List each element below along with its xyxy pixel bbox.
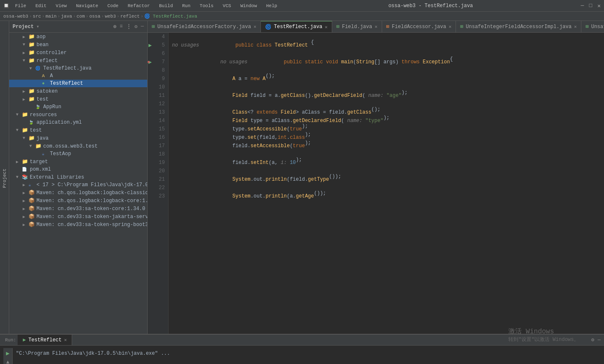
tree-item-testreflect-java[interactable]: ▼ 🌀 TestReflect.java: [9, 65, 147, 72]
tree-item-jdk[interactable]: ▶ ☕ < 17 > C:\Program Files\Java\jdk-17.…: [9, 181, 147, 189]
line-num-7: ▶ ● 7: [148, 58, 168, 66]
scroll-up-icon[interactable]: ▲: [6, 359, 9, 364]
breadcrumb-item[interactable]: src: [33, 14, 41, 19]
breakpoint-7[interactable]: ●: [148, 60, 150, 65]
close-tab-unsafe-factory[interactable]: ✕: [253, 24, 256, 29]
close-tab-unsafe-int-impl[interactable]: ✕: [574, 24, 577, 29]
maximize-button[interactable]: □: [589, 3, 592, 9]
tree-item-appyml[interactable]: 🍃 application.yml: [9, 119, 147, 126]
minimize-button[interactable]: ─: [581, 3, 584, 9]
menu-tools[interactable]: Tools: [196, 3, 217, 9]
tree-item-bean[interactable]: ▼ 📁 bean: [9, 41, 147, 49]
tree-item-logback-core[interactable]: ▶ 📦 Maven: ch.qos.logback:logback-core:1…: [9, 197, 147, 205]
bottom-tab-run-label: Run:: [0, 335, 18, 345]
breadcrumb-item[interactable]: ossa: [89, 14, 100, 19]
tree-item-resources[interactable]: ▼ 📁 resources: [9, 111, 147, 119]
close-button[interactable]: ✕: [597, 3, 601, 9]
project-sidebar: Project ▾ ⊕ ≡ ⋮ ⚙ ─ ▶ 📁 aop ▼ 📁 bean ▶: [9, 21, 148, 334]
breadcrumb-item[interactable]: reflect: [120, 14, 140, 19]
tree-item-target[interactable]: ▶ 📁 target: [9, 158, 147, 166]
bottom-tab-testreflect[interactable]: ▶ TestReflect ✕: [18, 335, 72, 345]
tree-item-logback-classic[interactable]: ▶ 📦 Maven: ch.qos.logback:logback-classi…: [9, 189, 147, 197]
line-num-4: 4: [148, 33, 168, 41]
line-num-20: 20: [148, 167, 168, 175]
tree-item-satoken[interactable]: ▶ 📁 satoken: [9, 87, 147, 95]
close-run-tab[interactable]: ✕: [64, 337, 67, 343]
editor-area: ⊞ UnsafeFieldAccessorFactory.java ✕ 🌀 Te…: [148, 21, 604, 334]
code-editor[interactable]: 4 ▶ 5 6 ▶ ● 7 8 9 10 11 12: [148, 33, 604, 334]
close-tab-testreflect[interactable]: ✕: [325, 24, 328, 30]
project-strip[interactable]: Project: [0, 166, 9, 190]
breadcrumb-item[interactable]: main: [45, 14, 56, 19]
menu-edit[interactable]: Edit: [32, 3, 49, 9]
close-tab-field[interactable]: ✕: [375, 24, 378, 29]
window-title: ossa-web3 - TestReflect.java: [388, 3, 473, 9]
app-logo: 🔲: [3, 3, 9, 8]
line-num-18: 18: [148, 150, 168, 159]
minimize-panel-icon[interactable]: ─: [598, 337, 601, 343]
collapse-icon[interactable]: ≡: [120, 23, 122, 30]
run-again-icon[interactable]: ▶: [6, 350, 9, 357]
menu-view[interactable]: View: [52, 3, 70, 9]
tab-fieldaccessor[interactable]: ⊞ FieldAccessor.java ✕: [382, 21, 456, 32]
minimize-panel-icon[interactable]: ─: [141, 23, 144, 30]
menu-refactor[interactable]: Refactor: [124, 3, 153, 9]
console-output: ▶ ▲ ▼ ↩ ⊟ 🗑 "C:\Program Files\Java\jdk-1…: [0, 346, 604, 364]
run-gutter-5[interactable]: ▶: [148, 42, 152, 49]
breadcrumb-item[interactable]: ossa-web3: [3, 14, 28, 19]
tree-item-reflect[interactable]: ▼ 📁 reflect: [9, 57, 147, 65]
code-line-22: [172, 184, 604, 192]
line-num-8: 8: [148, 66, 168, 75]
menu-help[interactable]: Help: [263, 3, 281, 9]
code-line-5: no usages public class TestReflect {: [172, 41, 604, 49]
code-content[interactable]: no usages public class TestReflect { no …: [169, 33, 604, 334]
tree-item-apprun[interactable]: 🍃 AppRun: [9, 103, 147, 111]
settings-icon[interactable]: ⚙: [591, 337, 594, 343]
tree-item-sa-token-jakarta[interactable]: ▶ 📦 Maven: cn.dev33:sa-token-jakarta-ser…: [9, 213, 147, 221]
line-num-15: 15: [148, 125, 168, 133]
tree-item-aop[interactable]: ▶ 📁 aop: [9, 33, 147, 41]
locate-icon[interactable]: ⊕: [113, 23, 116, 30]
breadcrumb-item[interactable]: web3: [105, 14, 116, 19]
menu-run[interactable]: Run: [179, 3, 194, 9]
line-num-19: 19: [148, 159, 168, 167]
tab-testreflect[interactable]: 🌀 TestReflect.java ✕: [261, 21, 332, 32]
menu-build[interactable]: Build: [156, 3, 176, 9]
bottom-panel-toolbar: ⚙ ─: [591, 335, 604, 345]
code-line-18: [172, 150, 604, 159]
breadcrumb-item[interactable]: com: [76, 14, 85, 19]
menu-window[interactable]: Window: [237, 3, 260, 9]
options-icon[interactable]: ⋮: [126, 23, 131, 30]
tree-item-test-root[interactable]: ▼ 📁 test: [9, 126, 147, 134]
sidebar-dropdown-icon[interactable]: ▾: [36, 23, 39, 30]
menu-vcs[interactable]: VCS: [219, 3, 234, 9]
menu-file[interactable]: File: [12, 3, 29, 9]
code-line-7: no usages public static void main(String…: [172, 58, 604, 66]
breadcrumb-file[interactable]: 🌀 TestReflect.java: [144, 13, 197, 19]
code-line-19: field.setInt(a, i: 10);: [172, 159, 604, 167]
menu-navigate[interactable]: Navigate: [73, 3, 102, 9]
tab-unsafe[interactable]: ⊞ Unsafe.java ✕: [581, 21, 604, 32]
tree-item-sa-token-spring[interactable]: ▶ 📦 Maven: cn.dev33:sa-token-spring-boot…: [9, 221, 147, 229]
tab-field[interactable]: ⊞ Field.java ✕: [332, 21, 382, 32]
close-tab-fieldaccessor[interactable]: ✕: [449, 24, 452, 29]
tree-item-test[interactable]: ▶ 📁 test: [9, 95, 147, 103]
tree-item-class-a[interactable]: A A: [9, 72, 147, 80]
tab-unsafe-int-impl[interactable]: ⊞ UnsafeIntegerFieldAccessorImpl.java ✕: [456, 21, 581, 32]
tree-item-test-package[interactable]: ▼ 📁 com.ossa.web3.test: [9, 142, 147, 150]
tree-item-pom[interactable]: 📄 pom.xml: [9, 166, 147, 173]
tree-item-java[interactable]: ▼ 📁 java: [9, 134, 147, 142]
tree-item-testaop[interactable]: ☕ TestAop: [9, 150, 147, 158]
main-area: Project Bookmarks Structure Project ▾ ⊕ …: [0, 21, 604, 334]
settings-icon[interactable]: ⚙: [135, 23, 138, 30]
tree-item-external-libs[interactable]: ▼ 📚 External Libraries: [9, 173, 147, 181]
breadcrumb-item[interactable]: java: [61, 14, 72, 19]
tree-item-testreflect-class[interactable]: ● TestReflect: [9, 80, 147, 87]
console-wrapper: ▶ ▲ ▼ ↩ ⊟ 🗑 "C:\Program Files\Java\jdk-1…: [3, 348, 601, 364]
tree-item-controller[interactable]: ▶ 📁 controller: [9, 49, 147, 57]
menu-code[interactable]: Code: [104, 3, 122, 9]
console-inner: ▶ ▲ ▼ ↩ ⊟ 🗑 "C:\Program Files\Java\jdk-1…: [3, 348, 601, 364]
code-line-8: [172, 66, 604, 75]
tab-unsafe-factory[interactable]: ⊞ UnsafeFieldAccessorFactory.java ✕: [148, 21, 261, 32]
tree-item-sa-token-core[interactable]: ▶ 📦 Maven: cn.dev33:sa-token-core:1.34.0: [9, 205, 147, 213]
